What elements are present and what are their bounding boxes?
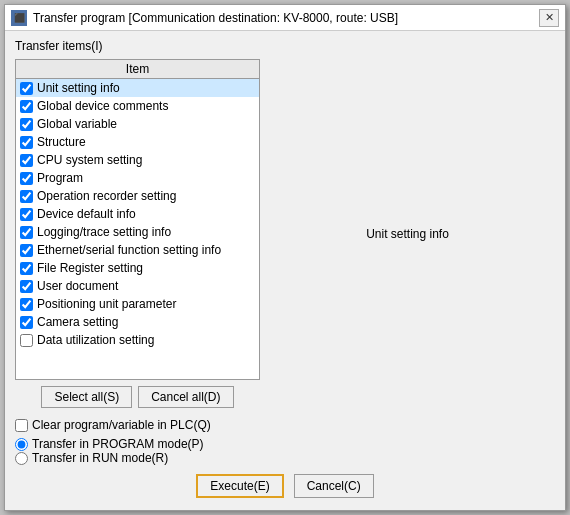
- list-item[interactable]: Program: [16, 169, 259, 187]
- list-header: Item: [16, 60, 259, 79]
- action-row: Execute(E) Cancel(C): [15, 470, 555, 502]
- list-item[interactable]: Structure: [16, 133, 259, 151]
- list-item[interactable]: Global device comments: [16, 97, 259, 115]
- list-item[interactable]: Camera setting: [16, 313, 259, 331]
- transfer-items-label: Transfer items(I): [15, 39, 555, 53]
- list-items-container: Unit setting infoGlobal device commentsG…: [16, 79, 259, 349]
- list-item[interactable]: Global variable: [16, 115, 259, 133]
- right-panel: Unit setting info: [260, 59, 555, 408]
- list-item-label: Positioning unit parameter: [37, 297, 176, 311]
- list-item-label: Data utilization setting: [37, 333, 154, 347]
- main-window: ⬛ Transfer program [Communication destin…: [4, 4, 566, 511]
- list-item[interactable]: User document: [16, 277, 259, 295]
- list-item-label: Logging/trace setting info: [37, 225, 171, 239]
- list-item[interactable]: Device default info: [16, 205, 259, 223]
- list-item-label: CPU system setting: [37, 153, 142, 167]
- list-item-checkbox[interactable]: [20, 262, 33, 275]
- list-item[interactable]: Data utilization setting: [16, 331, 259, 349]
- radio-row: Transfer in PROGRAM mode(P): [15, 437, 555, 451]
- radio-row: Transfer in RUN mode(R): [15, 451, 555, 465]
- list-item-label: Camera setting: [37, 315, 118, 329]
- list-item-checkbox[interactable]: [20, 172, 33, 185]
- app-icon: ⬛: [11, 10, 27, 26]
- list-item-label: Device default info: [37, 207, 136, 221]
- select-all-button[interactable]: Select all(S): [41, 386, 132, 408]
- list-item-checkbox[interactable]: [20, 154, 33, 167]
- close-button[interactable]: ✕: [539, 9, 559, 27]
- radio-label: Transfer in PROGRAM mode(P): [32, 437, 204, 451]
- list-item-label: File Register setting: [37, 261, 143, 275]
- items-list[interactable]: Item Unit setting infoGlobal device comm…: [15, 59, 260, 380]
- list-item[interactable]: File Register setting: [16, 259, 259, 277]
- list-item-checkbox[interactable]: [20, 280, 33, 293]
- list-item-label: Ethernet/serial function setting info: [37, 243, 221, 257]
- transfer-mode-radio[interactable]: [15, 452, 28, 465]
- list-item[interactable]: Positioning unit parameter: [16, 295, 259, 313]
- list-item-checkbox[interactable]: [20, 226, 33, 239]
- list-item-checkbox[interactable]: [20, 334, 33, 347]
- list-item[interactable]: Operation recorder setting: [16, 187, 259, 205]
- list-item-checkbox[interactable]: [20, 208, 33, 221]
- radio-label: Transfer in RUN mode(R): [32, 451, 168, 465]
- list-item[interactable]: Ethernet/serial function setting info: [16, 241, 259, 259]
- info-text: Unit setting info: [366, 227, 449, 241]
- list-buttons-row: Select all(S) Cancel all(D): [15, 386, 260, 408]
- bottom-section: Clear program/variable in PLC(Q) Transfe…: [15, 414, 555, 502]
- list-item-label: Structure: [37, 135, 86, 149]
- list-item[interactable]: Logging/trace setting info: [16, 223, 259, 241]
- transfer-mode-radio[interactable]: [15, 438, 28, 451]
- list-item-checkbox[interactable]: [20, 118, 33, 131]
- list-item-checkbox[interactable]: [20, 136, 33, 149]
- list-item-label: Operation recorder setting: [37, 189, 176, 203]
- window-title: Transfer program [Communication destinat…: [33, 11, 398, 25]
- radio-container: Transfer in PROGRAM mode(P)Transfer in R…: [15, 437, 555, 465]
- list-item-checkbox[interactable]: [20, 190, 33, 203]
- clear-program-checkbox[interactable]: [15, 419, 28, 432]
- list-item[interactable]: CPU system setting: [16, 151, 259, 169]
- list-item-label: Program: [37, 171, 83, 185]
- cancel-all-button[interactable]: Cancel all(D): [138, 386, 233, 408]
- list-item-checkbox[interactable]: [20, 316, 33, 329]
- content-area: Transfer items(I) Item Unit setting info…: [5, 31, 565, 510]
- clear-program-row: Clear program/variable in PLC(Q): [15, 418, 555, 432]
- main-area: Item Unit setting infoGlobal device comm…: [15, 59, 555, 408]
- list-item-label: Unit setting info: [37, 81, 120, 95]
- list-item[interactable]: Unit setting info: [16, 79, 259, 97]
- list-item-label: Global variable: [37, 117, 117, 131]
- clear-program-label: Clear program/variable in PLC(Q): [32, 418, 211, 432]
- list-item-label: User document: [37, 279, 118, 293]
- cancel-button[interactable]: Cancel(C): [294, 474, 374, 498]
- list-item-checkbox[interactable]: [20, 100, 33, 113]
- execute-button[interactable]: Execute(E): [196, 474, 283, 498]
- list-item-label: Global device comments: [37, 99, 168, 113]
- titlebar: ⬛ Transfer program [Communication destin…: [5, 5, 565, 31]
- list-item-checkbox[interactable]: [20, 244, 33, 257]
- list-item-checkbox[interactable]: [20, 298, 33, 311]
- left-panel: Item Unit setting infoGlobal device comm…: [15, 59, 260, 408]
- titlebar-left: ⬛ Transfer program [Communication destin…: [11, 10, 398, 26]
- list-item-checkbox[interactable]: [20, 82, 33, 95]
